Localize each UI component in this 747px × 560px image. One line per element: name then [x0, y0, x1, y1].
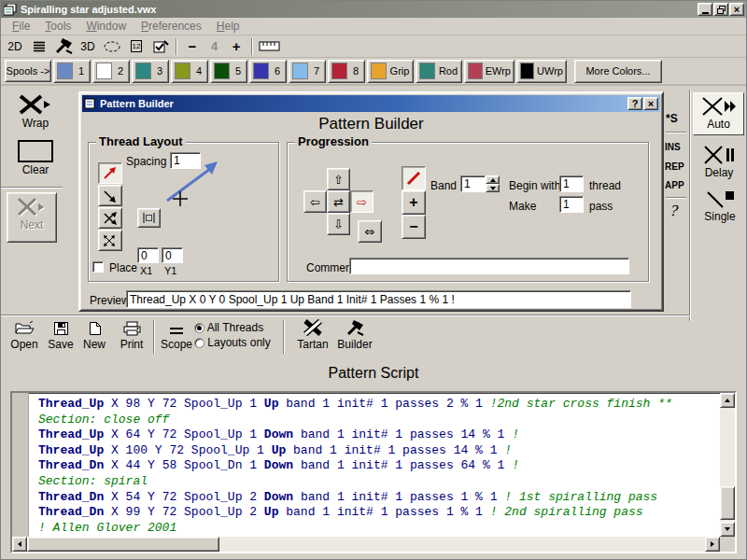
vertical-scrollbar[interactable] — [720, 393, 735, 537]
next-button[interactable]: Next — [7, 192, 57, 243]
pattern-script-editor[interactable]: Thread_Up X 98 Y 72 Spool_Up 1 Up band 1… — [10, 391, 737, 553]
checkmark-icon[interactable] — [151, 37, 170, 56]
progress-swap-button[interactable]: ⇄ — [327, 190, 350, 213]
right-panel-divider — [689, 90, 691, 321]
dialog-close-button[interactable]: × — [643, 97, 658, 110]
radio-unselected-icon[interactable] — [194, 338, 204, 348]
numbering-icon[interactable]: 12 — [127, 37, 146, 56]
delay-button[interactable]: Delay — [695, 145, 743, 179]
spool-8[interactable]: 8 — [328, 60, 365, 83]
horizontal-scroll-thumb[interactable] — [27, 537, 219, 552]
vertical-scroll-thumb[interactable] — [720, 486, 735, 520]
menu-preferences[interactable]: Preferences — [134, 20, 209, 33]
place-box-button[interactable] — [137, 208, 161, 228]
spool-5[interactable]: 5 — [210, 60, 247, 83]
progress-left-button[interactable]: ⇦ — [303, 190, 327, 213]
preview-input[interactable] — [126, 290, 631, 308]
auto-button[interactable]: Auto — [693, 92, 744, 135]
scroll-up-icon[interactable] — [720, 393, 735, 408]
print-button[interactable]: Print — [113, 319, 150, 351]
scope-all-threads-option[interactable]: All Threads — [194, 321, 263, 334]
spool-rod[interactable]: Rod — [416, 60, 462, 83]
star-s-label[interactable]: *S — [666, 112, 678, 125]
more-colors-button[interactable]: More Colors... — [574, 60, 662, 83]
restore-button[interactable] — [713, 3, 728, 16]
scrollbar-corner — [720, 537, 735, 552]
draw-thread-button[interactable] — [402, 166, 426, 190]
clear-button[interactable]: Clear — [7, 140, 64, 176]
view-3d-button[interactable]: 3D — [78, 37, 97, 56]
help-icon[interactable]: ? — [669, 203, 677, 219]
rep-label[interactable]: REP — [665, 161, 684, 172]
add-thread-button[interactable]: + — [402, 190, 426, 215]
x1-input[interactable] — [137, 247, 159, 263]
spool-color-swatch — [331, 63, 347, 79]
save-button[interactable]: Save — [44, 319, 78, 351]
layout-diamond-button[interactable] — [98, 230, 122, 251]
spool-color-swatch — [520, 63, 534, 79]
spool-1[interactable]: 1 — [53, 60, 91, 83]
place-checkbox[interactable] — [92, 261, 104, 273]
script-line: Thread_Dn X 99 Y 72 Spool_Up 2 Up band 1… — [38, 505, 720, 521]
selection-ellipse-icon[interactable] — [103, 37, 121, 56]
save-floppy-icon — [53, 321, 69, 336]
script-line: Section: spiral — [38, 474, 720, 490]
tartan-button[interactable]: Tartan — [292, 319, 333, 351]
menu-window[interactable]: Window — [78, 20, 134, 33]
spool-2[interactable]: 2 — [92, 60, 130, 83]
next-icon — [17, 197, 47, 217]
single-button[interactable]: Single — [697, 189, 743, 223]
progress-up-button[interactable]: ⇧ — [327, 168, 350, 190]
menu-file[interactable]: File — [5, 20, 37, 33]
progress-down-button[interactable]: ⇩ — [327, 213, 350, 235]
comment-input[interactable] — [349, 258, 629, 274]
spool-7[interactable]: 7 — [289, 60, 326, 83]
minimize-button[interactable] — [698, 3, 712, 16]
spool-grip[interactable]: Grip — [367, 60, 414, 83]
list-icon[interactable] — [30, 37, 49, 56]
dialog-help-button[interactable]: ? — [627, 97, 642, 110]
spinner-up-icon[interactable] — [486, 175, 500, 184]
window-title: Spiralling star adjusted.vwx — [21, 4, 698, 15]
layout-diagonal-down-button[interactable] — [98, 185, 122, 206]
open-button[interactable]: Open — [7, 319, 42, 351]
scroll-left-icon[interactable] — [12, 537, 27, 552]
ins-label[interactable]: INS — [665, 142, 681, 152]
menu-tools[interactable]: Tools — [37, 20, 78, 33]
zoom-in-button[interactable]: + — [227, 37, 246, 56]
band-spinner[interactable] — [486, 175, 500, 192]
layout-zigzag-button[interactable] — [98, 207, 122, 229]
tools-hammer-icon[interactable] — [54, 37, 73, 56]
progress-mirror-button[interactable]: ⇔ — [358, 220, 382, 243]
horizontal-scrollbar[interactable] — [12, 537, 720, 552]
layout-diagonal-up-button[interactable] — [98, 162, 122, 184]
make-input[interactable] — [559, 196, 584, 213]
progress-right-button[interactable]: ⇨ — [350, 190, 374, 213]
scroll-right-icon[interactable] — [705, 537, 720, 552]
radio-selected-icon[interactable] — [194, 323, 204, 333]
scope-layouts-only-option[interactable]: Layouts only — [194, 336, 271, 349]
close-button[interactable]: × — [729, 3, 744, 16]
app-label[interactable]: APP — [665, 180, 684, 190]
band-input[interactable] — [460, 175, 486, 192]
builder-button[interactable]: Builder — [333, 319, 376, 351]
spool-ewrp[interactable]: EWrp — [464, 60, 514, 83]
spool-6[interactable]: 6 — [249, 60, 287, 83]
zoom-out-button[interactable]: − — [183, 37, 202, 56]
script-lines[interactable]: Thread_Up X 98 Y 72 Spool_Up 1 Up band 1… — [29, 393, 720, 537]
new-button[interactable]: New — [79, 319, 109, 351]
wrap-button[interactable]: Wrap — [7, 93, 64, 130]
spool-3[interactable]: 3 — [132, 60, 169, 83]
scroll-down-icon[interactable] — [720, 522, 735, 537]
spool-4[interactable]: 4 — [171, 60, 208, 83]
view-2d-button[interactable]: 2D — [6, 37, 24, 56]
spinner-down-icon[interactable] — [486, 184, 500, 192]
y1-input[interactable] — [162, 247, 183, 263]
ruler-icon[interactable] — [259, 37, 280, 56]
spool-uwrp[interactable]: UWrp — [516, 60, 567, 83]
begin-with-input[interactable] — [559, 175, 584, 192]
dialog-titlebar[interactable]: Pattern Builder ? × — [82, 95, 660, 112]
remove-thread-button[interactable]: − — [402, 215, 426, 239]
menu-help[interactable]: Help — [209, 20, 247, 33]
comment-label: Comment — [306, 261, 355, 274]
